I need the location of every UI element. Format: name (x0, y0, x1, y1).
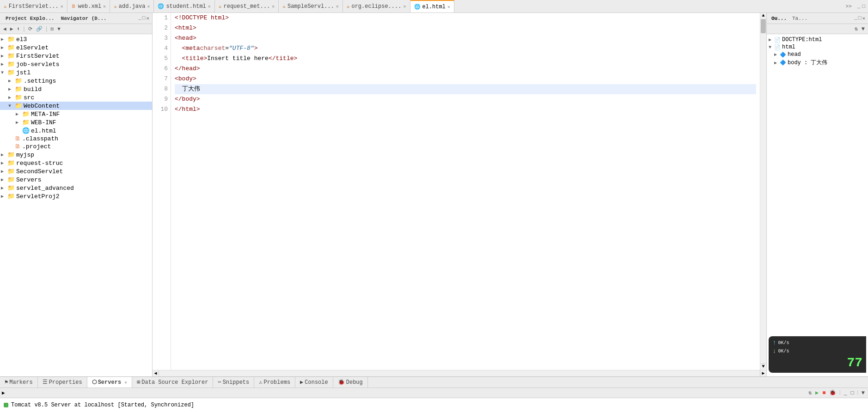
tree-arrow-icon[interactable]: ▼ (1, 70, 7, 75)
minimize-button[interactable]: _ (857, 4, 861, 9)
tree-arrow-icon[interactable]: ▶ (8, 95, 15, 100)
bottom-play-icon[interactable]: ▶ (814, 389, 820, 397)
sidebar-item-WEB-INF[interactable]: ▶📁WEB-INF (0, 118, 152, 127)
sidebar-close-icon[interactable]: ✕ (146, 15, 149, 21)
editor-tab-FirstServlet---[interactable]: ☕FirstServlet... ✕ (0, 0, 67, 12)
code-line-3[interactable]: <head> (175, 33, 756, 43)
bottom-menu-icon[interactable]: ▼ (860, 389, 866, 397)
sidebar-item-META-INF[interactable]: ▶📁META-INF (0, 110, 152, 118)
outline-minimize-icon[interactable]: _ (854, 15, 857, 21)
sidebar-item-elServlet[interactable]: ▶📁elServlet (0, 43, 152, 52)
outline-maximize-icon[interactable]: □ (858, 15, 862, 21)
sidebar-item-el.html[interactable]: 🌐el.html (0, 127, 152, 135)
sidebar-item-.project[interactable]: 🗎.project (0, 143, 152, 151)
editor-tab-add-java[interactable]: ☕add.java ✕ (110, 0, 154, 12)
editor-tab-org-eclipse----[interactable]: ☕org.eclipse.... ✕ (343, 0, 410, 12)
tab-close-button[interactable]: ✕ (272, 4, 275, 9)
back-icon[interactable]: ◀ (2, 25, 8, 32)
tree-arrow-icon[interactable]: ▶ (1, 160, 7, 166)
outline-item-html[interactable]: ▼📄html (767, 43, 868, 51)
tab-close-button[interactable]: ✕ (403, 4, 406, 9)
tab-close-button[interactable]: ✕ (147, 4, 150, 9)
bottom-debug-icon[interactable]: 🐞 (828, 389, 837, 397)
bottom-expand-icon[interactable]: ▶ (2, 390, 5, 396)
scroll-up-button[interactable]: ▲ (760, 13, 766, 19)
sidebar-minimize-icon[interactable]: _ (138, 15, 141, 21)
bottom-tab-markers[interactable]: ⚑Markers (0, 377, 38, 388)
project-explorer-tab[interactable]: Project Explo... (3, 15, 57, 22)
outline-item-head[interactable]: ▶🔷head (767, 51, 868, 58)
scroll-right-button[interactable]: ▶ (760, 370, 766, 377)
tab-close-button[interactable]: ✕ (208, 4, 211, 9)
tree-arrow-icon[interactable]: ▶ (8, 78, 15, 84)
bottom-tab-data-source-explorer[interactable]: ⊞Data Source Explorer (132, 377, 213, 388)
tree-arrow-icon[interactable]: ▶ (1, 185, 7, 191)
outline-arrow-icon[interactable]: ▶ (769, 37, 774, 42)
tree-arrow-icon[interactable]: ▶ (16, 111, 22, 117)
outline-arrow-icon[interactable]: ▶ (774, 52, 780, 57)
sidebar-item-src[interactable]: ▶📁src (0, 93, 152, 102)
outline-close-icon[interactable]: ✕ (862, 15, 865, 21)
scrollbar-thumb[interactable] (761, 19, 766, 33)
tree-arrow-icon[interactable]: ▶ (1, 61, 7, 67)
bottom-maximize-icon[interactable]: □ (850, 389, 856, 397)
editor-tab-el-html[interactable]: 🌐el.html ✕ (410, 0, 454, 12)
tree-arrow-icon[interactable]: ▶ (1, 45, 7, 50)
tree-arrow-icon[interactable]: ▶ (8, 86, 15, 92)
editor-tab-request-met---[interactable]: ☕request_met... ✕ (215, 0, 279, 12)
sidebar-item-settings[interactable]: ▶📁.settings (0, 77, 152, 85)
sidebar-item-Servers[interactable]: ▶📁Servers (0, 176, 152, 184)
sidebar-item-build[interactable]: ▶📁build (0, 85, 152, 93)
outline-sort-icon[interactable]: ⇅ (853, 25, 859, 33)
code-line-1[interactable]: <!DOCTYPE html> (175, 13, 756, 23)
tree-arrow-icon[interactable]: ▶ (1, 53, 7, 59)
scroll-down-button[interactable]: ▼ (760, 364, 766, 370)
tree-arrow-icon[interactable]: ▶ (1, 36, 7, 42)
code-line-5[interactable]: <title>Insert title here</title> (175, 54, 756, 64)
tab-close-button[interactable]: ✕ (447, 4, 450, 10)
code-line-2[interactable]: <html> (175, 23, 756, 33)
sidebar-item-.classpath[interactable]: 🗎.classpath (0, 135, 152, 143)
sidebar-item-el3[interactable]: ▶📁el3 (0, 35, 152, 43)
tree-arrow-icon[interactable]: ▶ (1, 177, 7, 182)
tab-close-button[interactable]: ✕ (336, 4, 339, 9)
code-line-9[interactable]: </body> (175, 94, 756, 104)
code-line-7[interactable]: <body> (175, 74, 756, 84)
restore-button[interactable]: □ (862, 4, 865, 9)
outline-item-body------[interactable]: ▶🔷body : 丁大伟 (767, 58, 868, 67)
sidebar-item-myjsp[interactable]: ▶📁myjsp (0, 151, 152, 159)
code-editor[interactable]: 12345678910 <!DOCTYPE html><html><head> … (153, 13, 766, 370)
tab-close-button[interactable]: ✕ (61, 4, 63, 9)
scroll-left-button[interactable]: ◀ (153, 370, 159, 377)
sidebar-item-jstl[interactable]: ▼📁jstl (0, 68, 152, 77)
sidebar-item-FirstServlet[interactable]: ▶📁FirstServlet (0, 52, 152, 60)
code-line-10[interactable]: </html> (175, 104, 756, 115)
bottom-tab-problems[interactable]: ⚠Problems (254, 377, 295, 388)
sidebar-item-ServletProj2[interactable]: ▶📁ServletProj2 (0, 192, 152, 200)
tab-close-button[interactable]: ✕ (103, 4, 106, 9)
tab-overflow-button[interactable]: >> (843, 0, 855, 12)
tree-arrow-icon[interactable]: ▼ (8, 103, 15, 109)
link-icon[interactable]: 🔗 (35, 25, 44, 32)
bottom-tab-snippets[interactable]: ✂Snippets (213, 377, 254, 388)
bottom-tab-close[interactable]: ✕ (124, 380, 127, 385)
outline-arrow-icon[interactable]: ▶ (774, 60, 780, 66)
sidebar-item-job-servlets[interactable]: ▶📁job-servlets (0, 60, 152, 68)
outline-menu-icon[interactable]: ▼ (860, 25, 866, 33)
sidebar-item-SecondServlet[interactable]: ▶📁SecondServlet (0, 167, 152, 176)
code-line-6[interactable]: </head> (175, 64, 756, 74)
editor-tab-web-xml[interactable]: 🗎web.xml ✕ (67, 0, 110, 12)
tree-arrow-icon[interactable]: ▶ (1, 194, 7, 199)
code-line-8[interactable]: 丁大伟 (175, 84, 756, 94)
bottom-tab-properties[interactable]: ☰Properties (38, 377, 87, 388)
sidebar-item-WebContent[interactable]: ▼📁WebContent (0, 102, 152, 110)
bottom-tab-servers[interactable]: ⬡Servers✕ (87, 377, 132, 388)
bottom-tab-console[interactable]: ▶Console (295, 377, 333, 388)
forward-icon[interactable]: ▶ (9, 25, 15, 32)
sync-icon[interactable]: ⟳ (27, 25, 34, 32)
bottom-tab-debug[interactable]: 🐞Debug (333, 377, 368, 388)
sidebar-item-servlet_advanced[interactable]: ▶📁servlet_advanced (0, 184, 152, 192)
sidebar-maximize-icon[interactable]: □ (142, 15, 146, 21)
outline-item-DOCTYPE-html[interactable]: ▶📄DOCTYPE:html (767, 36, 868, 43)
tree-arrow-icon[interactable]: ▶ (1, 169, 7, 174)
